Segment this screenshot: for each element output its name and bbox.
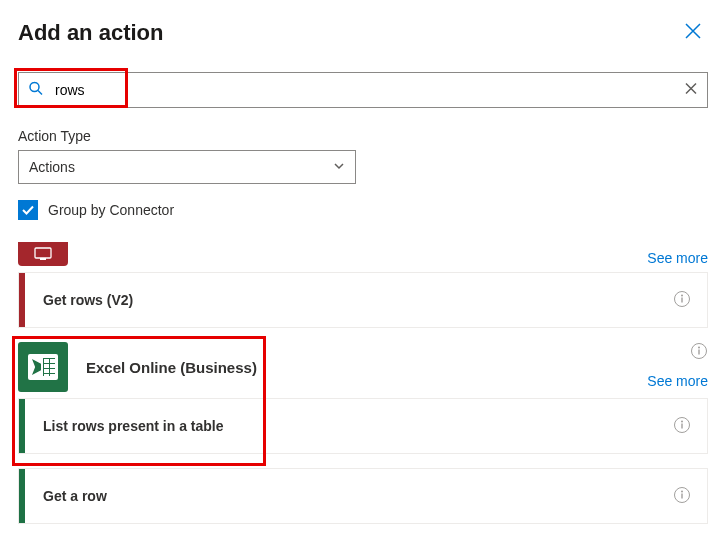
see-more-link[interactable]: See more (647, 250, 708, 266)
info-button[interactable] (673, 486, 691, 507)
info-button[interactable] (673, 416, 691, 437)
svg-rect-12 (681, 423, 682, 428)
connector-stripe (19, 273, 25, 327)
action-get-a-row[interactable]: Get a row (18, 468, 708, 524)
panel-title: Add an action (18, 20, 163, 46)
connector-group-1-header: See more (18, 242, 708, 266)
group-by-row: Group by Connector (18, 200, 708, 220)
action-label: Get rows (V2) (43, 292, 133, 308)
action-get-rows-v2[interactable]: Get rows (V2) (18, 272, 708, 328)
action-left: List rows present in a table (19, 399, 224, 453)
action-left: Get rows (V2) (19, 273, 133, 327)
close-icon (684, 22, 702, 40)
connector-group-2-header: Excel Online (Business) See more (18, 342, 708, 392)
svg-point-11 (681, 420, 683, 422)
svg-point-5 (681, 294, 683, 296)
search-container (18, 72, 708, 108)
group-by-checkbox[interactable] (18, 200, 38, 220)
action-type-select-wrap: Actions (18, 150, 356, 184)
info-icon (690, 342, 708, 360)
svg-rect-3 (40, 258, 46, 260)
action-left: Get a row (19, 469, 107, 523)
svg-point-8 (698, 347, 700, 349)
action-type-select[interactable]: Actions (18, 150, 356, 184)
connector-stripe (19, 469, 25, 523)
info-icon (673, 290, 691, 308)
search-input[interactable] (18, 72, 708, 108)
svg-rect-9 (698, 350, 699, 355)
chevron-down-icon (333, 159, 345, 175)
connector-head-right: See more (647, 342, 708, 389)
info-button[interactable] (673, 290, 691, 311)
svg-point-14 (681, 490, 683, 492)
connector-head-left: Excel Online (Business) (18, 342, 257, 392)
svg-point-0 (30, 83, 39, 92)
connector-icon-partial (18, 242, 68, 266)
svg-rect-6 (681, 297, 682, 302)
close-button[interactable] (678, 18, 708, 48)
clear-icon (684, 82, 698, 96)
action-list-rows-in-table[interactable]: List rows present in a table (18, 398, 708, 454)
check-icon (21, 203, 35, 217)
action-type-label: Action Type (18, 128, 708, 144)
panel-header: Add an action (18, 18, 708, 48)
svg-line-1 (38, 91, 42, 95)
connector-group-2: Excel Online (Business) See more List ro… (18, 342, 708, 524)
excel-online-icon (18, 342, 68, 392)
connector-stripe (19, 399, 25, 453)
info-icon (673, 416, 691, 434)
info-button[interactable] (690, 342, 708, 363)
info-icon (673, 486, 691, 504)
action-type-value: Actions (29, 159, 75, 175)
group-by-label: Group by Connector (48, 202, 174, 218)
see-more-link[interactable]: See more (647, 373, 708, 389)
svg-rect-2 (35, 248, 51, 258)
connector-name: Excel Online (Business) (86, 359, 257, 376)
action-label: Get a row (43, 488, 107, 504)
clear-search-button[interactable] (684, 82, 698, 99)
svg-rect-15 (681, 493, 682, 498)
action-label: List rows present in a table (43, 418, 224, 434)
search-icon (28, 81, 44, 100)
